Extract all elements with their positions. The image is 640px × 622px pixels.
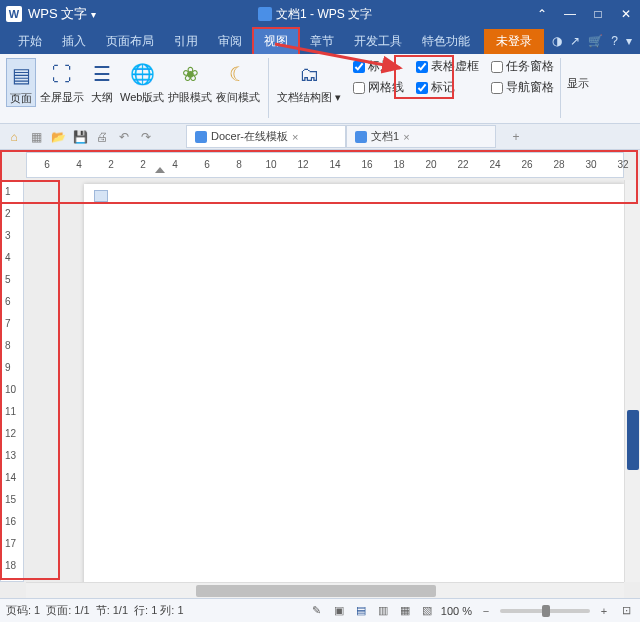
zoom-out-icon[interactable]: − (478, 603, 494, 619)
close-icon[interactable]: ✕ (618, 7, 634, 21)
check-标尺[interactable]: 标尺 (353, 58, 404, 75)
minimize-icon[interactable]: — (562, 7, 578, 21)
collapse-ribbon-icon[interactable]: ⌃ (534, 7, 550, 21)
menu-item-5[interactable]: 视图 (252, 27, 300, 56)
view-mode-read-icon[interactable]: ▧ (419, 603, 435, 619)
scrollbar-thumb[interactable] (627, 410, 639, 470)
input-mode-icon[interactable]: ▣ (331, 603, 347, 619)
view-page-button[interactable]: ▤ 页面 (6, 58, 36, 107)
checkbox-input[interactable] (491, 82, 503, 94)
checkbox-label: 标尺 (368, 58, 392, 75)
checkbox-input[interactable] (416, 82, 428, 94)
status-bar: 页码: 1 页面: 1/1 节: 1/1 行: 1 列: 1 ✎ ▣ ▤ ▥ ▦… (0, 598, 640, 622)
ruler-number: 5 (5, 274, 11, 285)
ruler-number: 2 (5, 208, 11, 219)
ruler-number: 11 (5, 406, 16, 417)
ruler-number: 8 (5, 340, 11, 351)
menu-item-6[interactable]: 章节 (300, 29, 344, 54)
status-pages[interactable]: 页面: 1/1 (46, 603, 89, 618)
help-icon[interactable]: ? (611, 34, 618, 48)
check-任务窗格[interactable]: 任务窗格 (491, 58, 554, 75)
zoom-handle[interactable] (542, 605, 550, 617)
ribbon-separator (268, 58, 269, 118)
view-mode-outline-icon[interactable]: ▥ (375, 603, 391, 619)
check-导航窗格[interactable]: 导航窗格 (491, 79, 554, 96)
ruler-number: 18 (5, 560, 16, 571)
vertical-ruler[interactable]: 123456789101112131415161718 (0, 180, 24, 582)
view-night-button[interactable]: ☾ 夜间模式 (216, 58, 260, 105)
ribbon-btn-label: 夜间模式 (216, 90, 260, 105)
menu-item-3[interactable]: 引用 (164, 29, 208, 54)
view-mode-page-icon[interactable]: ▤ (353, 603, 369, 619)
view-eyecare-button[interactable]: ❀ 护眼模式 (168, 58, 212, 105)
menu-item-4[interactable]: 审阅 (208, 29, 252, 54)
ruler-number: 28 (553, 159, 564, 170)
ruler-number: 16 (5, 516, 16, 527)
doc-structure-button[interactable]: 🗂 文档结构图 ▾ (277, 58, 341, 105)
display-more-button[interactable]: 显示 (567, 58, 589, 91)
open-icon[interactable]: 📂 (50, 129, 66, 145)
document-tab[interactable]: 文档1× (346, 125, 496, 148)
ruler-number: 2 (108, 159, 114, 170)
ruler-number: 20 (425, 159, 436, 170)
ruler-number: 17 (5, 538, 16, 549)
ruler-number: 16 (361, 159, 372, 170)
checkbox-input[interactable] (353, 82, 365, 94)
view-fullscreen-button[interactable]: ⛶ 全屏显示 (40, 58, 84, 105)
checkbox-label: 导航窗格 (506, 79, 554, 96)
maximize-icon[interactable]: □ (590, 7, 606, 21)
view-mode-web-icon[interactable]: ▦ (397, 603, 413, 619)
scrollbar-thumb[interactable] (196, 585, 436, 597)
spellcheck-icon[interactable]: ✎ (309, 603, 325, 619)
checkbox-input[interactable] (353, 61, 365, 73)
menu-item-0[interactable]: 开始 (8, 29, 52, 54)
checkbox-input[interactable] (491, 61, 503, 73)
menu-item-1[interactable]: 插入 (52, 29, 96, 54)
document-tab[interactable]: Docer-在线模板× (186, 125, 346, 148)
status-section[interactable]: 节: 1/1 (96, 603, 128, 618)
undo-icon[interactable]: ↶ (116, 129, 132, 145)
menu-caret-icon[interactable]: ▾ (626, 34, 632, 48)
ribbon-btn-label: 显示 (567, 76, 589, 91)
print-icon[interactable]: 🖨 (94, 129, 110, 145)
document-page[interactable] (84, 184, 624, 582)
window-title: 文档1 - WPS 文字 (276, 6, 372, 23)
tab-close-icon[interactable]: × (292, 131, 298, 143)
night-mode-icon: ☾ (224, 60, 252, 88)
zoom-value[interactable]: 100 % (441, 605, 472, 617)
home-icon[interactable]: ⌂ (6, 129, 22, 145)
vertical-scrollbar[interactable] (624, 180, 640, 582)
page-viewport[interactable] (26, 180, 624, 582)
indent-marker-icon[interactable] (155, 167, 165, 173)
tab-alignment-icon[interactable] (94, 190, 108, 202)
feedback-icon[interactable]: 🛒 (588, 34, 603, 48)
menu-item-2[interactable]: 页面布局 (96, 29, 164, 54)
share-icon[interactable]: ↗ (570, 34, 580, 48)
new-tab-icon[interactable]: + (508, 129, 524, 145)
check-表格虚框[interactable]: 表格虚框 (416, 58, 479, 75)
ribbon-btn-label: 护眼模式 (168, 90, 212, 105)
skin-icon[interactable]: ◑ (552, 34, 562, 48)
menu-item-8[interactable]: 特色功能 (412, 29, 480, 54)
save-icon[interactable]: 💾 (72, 129, 88, 145)
status-page-number[interactable]: 页码: 1 (6, 603, 40, 618)
fullscreen-icon: ⛶ (48, 60, 76, 88)
eyecare-icon: ❀ (176, 60, 204, 88)
view-outline-button[interactable]: ☰ 大纲 (88, 58, 116, 105)
check-标记[interactable]: 标记 (416, 79, 479, 96)
zoom-slider[interactable] (500, 609, 590, 613)
zoom-in-icon[interactable]: + (596, 603, 612, 619)
tab-close-icon[interactable]: × (403, 131, 409, 143)
redo-icon[interactable]: ↷ (138, 129, 154, 145)
view-web-button[interactable]: 🌐 Web版式 (120, 58, 164, 105)
horizontal-ruler[interactable]: 6422468101214161820222426283032 (26, 152, 624, 178)
horizontal-scrollbar[interactable] (26, 582, 624, 598)
check-网格线[interactable]: 网格线 (353, 79, 404, 96)
status-cursor[interactable]: 行: 1 列: 1 (134, 603, 184, 618)
menu-item-7[interactable]: 开发工具 (344, 29, 412, 54)
fit-page-icon[interactable]: ⊡ (618, 603, 634, 619)
login-button[interactable]: 未登录 (484, 29, 544, 54)
ruler-number: 6 (44, 159, 50, 170)
checkbox-input[interactable] (416, 61, 428, 73)
new-doc-icon[interactable]: ▦ (28, 129, 44, 145)
